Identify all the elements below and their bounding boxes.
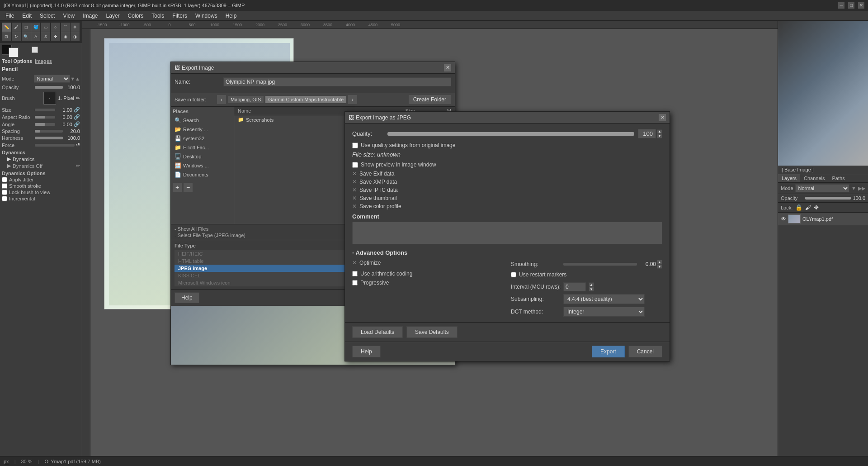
path-crumb-mapping[interactable]: Mapping, GIS <box>228 96 264 103</box>
size-slider[interactable] <box>35 109 55 111</box>
layer-visibility-icon[interactable]: 👁 <box>781 216 786 222</box>
smoothing-up-arrow[interactable]: ▲ <box>657 260 662 264</box>
tab-paths[interactable]: Paths <box>829 174 849 182</box>
show-preview-checkbox[interactable] <box>352 162 358 168</box>
interval-input[interactable] <box>563 282 586 291</box>
mode-expand-icon[interactable]: ▶▶ <box>858 185 865 191</box>
tool-dodge-icon[interactable]: ◑ <box>71 32 80 41</box>
tab-channels[interactable]: Channels <box>800 174 828 182</box>
places-windows-item[interactable]: 🪟 Windows ... <box>173 161 232 170</box>
load-defaults-btn[interactable]: Load Defaults <box>352 326 403 338</box>
jpeg-export-btn[interactable]: Export <box>592 346 625 357</box>
use-quality-checkbox[interactable] <box>352 143 358 148</box>
save-color-checkmark[interactable]: ✕ <box>352 203 357 209</box>
places-recently-item[interactable]: 📂 Recently ... <box>173 125 232 134</box>
tool-blur-icon[interactable]: ◉ <box>61 32 70 41</box>
lock-move-btn[interactable]: ✥ <box>814 204 819 211</box>
tool-clone-icon[interactable]: S <box>41 32 50 41</box>
spacing-slider[interactable] <box>35 130 63 133</box>
quality-slider[interactable] <box>387 132 634 136</box>
places-documents-item[interactable]: 📄 Documents <box>173 170 232 179</box>
menu-view[interactable]: View <box>59 12 78 20</box>
jpeg-help-btn[interactable]: Help <box>352 346 381 357</box>
save-iptc-checkmark[interactable]: ✕ <box>352 187 357 193</box>
tool-lasso-icon[interactable]: ⌒ <box>61 23 70 32</box>
arithmetic-checkbox[interactable] <box>352 271 358 276</box>
apply-jitter-checkbox[interactable] <box>2 177 7 182</box>
jpeg-dialog-close-btn[interactable]: ✕ <box>659 114 666 121</box>
smoothing-slider[interactable] <box>563 263 637 266</box>
save-defaults-btn[interactable]: Save Defaults <box>406 326 458 338</box>
aspect-lock-icon[interactable]: 🔗 <box>74 114 80 120</box>
create-folder-btn[interactable]: Create Folder <box>408 95 451 105</box>
window-controls[interactable]: ─ □ ✕ <box>838 2 864 9</box>
advanced-options-header[interactable]: - Advanced Options <box>352 249 662 256</box>
maximize-btn[interactable]: □ <box>848 2 854 9</box>
force-slider[interactable] <box>35 144 75 147</box>
layers-opacity-slider[interactable] <box>805 197 851 200</box>
brush-preview[interactable]: · <box>43 92 56 105</box>
path-back-btn[interactable]: ‹ <box>217 95 226 104</box>
tab-layers[interactable]: Layers <box>778 174 800 182</box>
tool-select-rect-icon[interactable]: ▭ <box>41 23 50 32</box>
interval-up-arrow[interactable]: ▲ <box>589 282 594 287</box>
tool-pencil-icon[interactable]: ✏️ <box>2 23 11 32</box>
menu-image[interactable]: Image <box>79 12 101 20</box>
dynamics-off-edit-icon[interactable]: ✏ <box>76 163 80 169</box>
save-thumbnail-checkmark[interactable]: ✕ <box>352 195 357 201</box>
tool-paint-icon[interactable]: 🖌 <box>12 23 21 32</box>
lock-brush-checkbox[interactable] <box>2 190 7 195</box>
edit-brush-icon[interactable]: ✏ <box>76 95 80 101</box>
hardness-slider[interactable] <box>35 137 63 139</box>
save-xmp-checkmark[interactable]: ✕ <box>352 179 357 185</box>
angle-slider[interactable] <box>35 123 55 126</box>
layer-item[interactable]: 👁 OLYmap1.pdf <box>778 213 868 225</box>
tool-select-ellipse-icon[interactable]: ○ <box>51 23 60 32</box>
quality-spinner[interactable]: ▲ ▼ <box>657 129 662 138</box>
remove-place-btn[interactable]: − <box>184 183 193 192</box>
menu-colors[interactable]: Colors <box>124 12 147 20</box>
force-reset-icon[interactable]: ↺ <box>76 142 80 148</box>
places-desktop-item[interactable]: 🖥️ Desktop <box>173 152 232 161</box>
tool-text-icon[interactable]: A <box>31 32 40 41</box>
incremental-checkbox[interactable] <box>2 196 7 201</box>
tool-crop-icon[interactable]: ⊡ <box>2 32 11 41</box>
quality-down-arrow[interactable]: ▼ <box>657 134 662 138</box>
images-label[interactable]: Images <box>35 58 52 64</box>
interval-down-arrow[interactable]: ▼ <box>589 287 594 291</box>
close-btn[interactable]: ✕ <box>858 2 864 9</box>
tool-move-icon[interactable]: ✥ <box>71 23 80 32</box>
tool-eraser-icon[interactable]: ◻ <box>22 23 31 32</box>
comment-input[interactable] <box>352 222 662 244</box>
optimize-checkmark[interactable]: ✕ <box>352 260 357 266</box>
add-place-btn[interactable]: + <box>173 183 182 192</box>
aspect-ratio-slider[interactable] <box>35 116 55 119</box>
smooth-stroke-checkbox[interactable] <box>2 183 7 189</box>
restart-markers-checkbox[interactable] <box>511 272 516 277</box>
units-select[interactable]: px <box>4 459 9 464</box>
menu-help[interactable]: Help <box>222 12 241 20</box>
swap-colors-icon[interactable] <box>32 47 38 53</box>
path-crumb-garmin[interactable]: Garmin Custom Maps Instructable <box>265 96 346 103</box>
menu-filters[interactable]: Filters <box>169 12 191 20</box>
menu-windows[interactable]: Windows <box>192 12 221 20</box>
background-color[interactable] <box>9 48 19 57</box>
export-dialog-close-btn[interactable]: ✕ <box>444 64 451 71</box>
tool-heal-icon[interactable]: ✚ <box>51 32 60 41</box>
export-name-input[interactable] <box>223 77 451 86</box>
dynamics-item[interactable]: ▶ Dynamics <box>2 156 80 162</box>
tool-rotate-icon[interactable]: ↻ <box>12 32 21 41</box>
export-help-btn[interactable]: Help <box>175 292 199 303</box>
menu-tools[interactable]: Tools <box>148 12 168 20</box>
opacity-slider[interactable] <box>35 86 63 89</box>
dct-select[interactable]: Integer Fixed Floating point <box>563 307 645 317</box>
smoothing-down-arrow[interactable]: ▼ <box>657 264 662 269</box>
menu-layer[interactable]: Layer <box>103 12 123 20</box>
tool-zoom-icon[interactable]: 🔍 <box>22 32 31 41</box>
places-search-item[interactable]: 🔍 Search <box>173 116 232 125</box>
interval-spinner[interactable]: ▲ ▼ <box>589 282 594 291</box>
menu-select[interactable]: Select <box>36 12 58 20</box>
path-forward-btn[interactable]: › <box>348 95 357 104</box>
minimize-btn[interactable]: ─ <box>838 2 844 9</box>
lock-alpha-btn[interactable]: 🔒 <box>795 204 802 211</box>
